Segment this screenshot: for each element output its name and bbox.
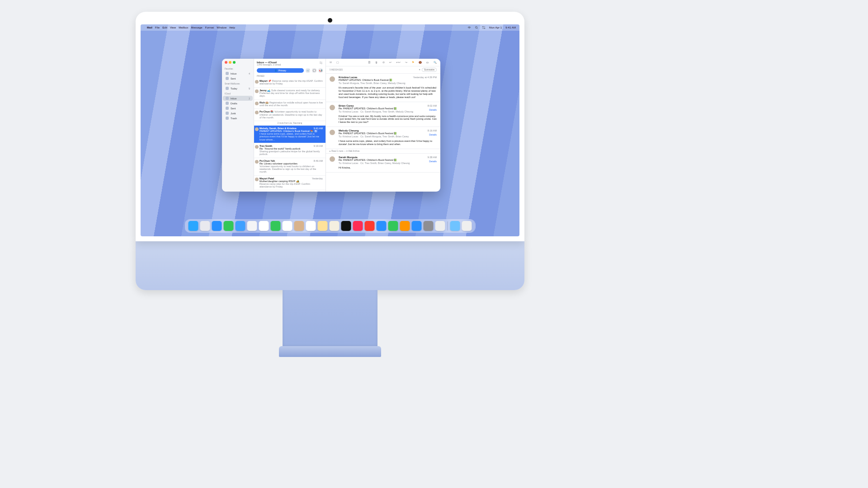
menubar-item-format[interactable]: Format	[205, 26, 214, 29]
reply-all-icon[interactable]: ↩︎↩︎	[396, 61, 401, 64]
archive-icon[interactable]: ▢	[336, 61, 339, 64]
close-button[interactable]	[225, 61, 227, 64]
minimize-button[interactable]	[229, 61, 231, 64]
mailbox-header: Inbox — iCloud 1,043 messages, 2 unread	[254, 59, 326, 67]
filter-icon[interactable]	[319, 61, 323, 65]
zoom-button[interactable]	[233, 61, 236, 64]
menubar-item-edit[interactable]: Edit	[162, 26, 167, 29]
dock-trash-icon[interactable]	[462, 221, 472, 231]
reply-count[interactable]: 2 more from Lia, Xiaomeng	[254, 121, 326, 126]
menubar: Mail File Edit View Mailbox Message Form…	[141, 24, 519, 31]
sidebar-item-sent[interactable]: Sent	[223, 106, 253, 111]
dock-numbers-icon[interactable]	[388, 221, 398, 231]
digest-text: Registration for middle school open hous…	[259, 101, 323, 107]
dock-news-icon[interactable]	[365, 221, 375, 231]
search-icon[interactable]: 🔍	[434, 61, 437, 64]
sidebar-item-label: Drafts	[231, 102, 237, 105]
sidebar-item-count: 4	[249, 72, 250, 75]
dock-launchpad-icon[interactable]	[200, 221, 210, 231]
menubar-item-help[interactable]: Help	[229, 26, 235, 29]
details-link[interactable]: Details	[429, 108, 437, 111]
mute-icon[interactable]: 🔕	[419, 61, 422, 64]
imac-frame: Mail File Edit View Mailbox Message Form…	[131, 12, 529, 355]
thread-message-recipients: To: Kristina Lucas Cc: Sarah Murguia, Tr…	[339, 110, 437, 113]
pinned-digest[interactable]: Jenny 🛋️ Sofa cleared customs and ready …	[254, 88, 326, 100]
dock-pages-icon[interactable]	[400, 221, 410, 231]
menubar-item-view[interactable]: View	[170, 26, 176, 29]
sidebar-item-junk[interactable]: Junk	[223, 111, 253, 116]
pinned-digest[interactable]: Po-Chun 📚 Volunteer opportunity to read …	[254, 109, 326, 121]
menubar-date[interactable]: Mon Apr 1	[489, 26, 502, 29]
details-link[interactable]: Details	[429, 133, 437, 136]
read-more-row[interactable]: ▸ Read 1 more — in Mail Archive	[326, 149, 440, 154]
message-list-item[interactable]: Mayuri PatelYesterdayMother/daughter cam…	[254, 176, 326, 191]
avatar	[330, 156, 335, 162]
dock-facetime-icon[interactable]	[271, 221, 281, 231]
dock-tv-icon[interactable]	[341, 221, 351, 231]
dock-finder-icon[interactable]	[189, 221, 198, 231]
dock-reminders-icon[interactable]	[306, 221, 316, 231]
dock-photos-icon[interactable]	[259, 221, 269, 231]
message-time: 9:19 AM	[314, 145, 323, 147]
mail-window: FavoritesInbox4SentSmart MailboxesToday9…	[222, 59, 440, 192]
reply-icon[interactable]: ↩︎	[389, 61, 392, 64]
dock-music-icon[interactable]	[353, 221, 363, 231]
sidebar-item-label: Sent	[231, 77, 236, 80]
sidebar-item-today[interactable]: Today9	[223, 86, 253, 91]
wifi-icon[interactable]	[467, 26, 471, 29]
menubar-app-name[interactable]: Mail	[147, 26, 152, 29]
spotlight-icon[interactable]	[475, 26, 478, 29]
junk-icon[interactable]: ⊘	[382, 61, 385, 64]
dock-mail-icon[interactable]	[236, 221, 245, 231]
dock-separator	[448, 221, 448, 230]
flag-icon[interactable]: ⚑	[412, 61, 414, 64]
menubar-item-message[interactable]: Message	[191, 26, 203, 29]
dock-contacts-icon[interactable]	[294, 221, 304, 231]
delete-icon[interactable]: 🗑	[375, 61, 378, 64]
message-list-item[interactable]: Jenny CourtYesterdaySofa delivery?	[254, 190, 326, 192]
forward-icon[interactable]: ↪︎	[405, 61, 407, 64]
menubar-item-window[interactable]: Window	[217, 26, 226, 29]
sidebar-item-inbox[interactable]: Inbox2	[223, 96, 253, 101]
digest-from: Po-Chun	[259, 110, 270, 113]
control-center-icon[interactable]	[482, 26, 486, 29]
dock-appstore-icon[interactable]	[412, 221, 422, 231]
pinned-digest[interactable]: Mayuri 📌 Reserve camp sites for the trip…	[254, 78, 326, 88]
avatar	[255, 160, 259, 164]
menubar-time[interactable]: 9:41 AM	[505, 26, 516, 29]
sidebar-item-sent[interactable]: Sent	[223, 76, 253, 81]
tab-primary[interactable]: 👤 Primary	[257, 68, 304, 73]
thread-message-date: 8:16 AM	[428, 129, 437, 132]
compose-icon[interactable]: ✉︎	[330, 61, 332, 64]
dock-keynote-icon[interactable]	[377, 221, 387, 231]
message-list-item[interactable]: Melody, Sarah, Brian & Kristina9:41 AMPA…	[254, 126, 326, 143]
dock-freeform-icon[interactable]	[330, 221, 340, 231]
menubar-item-mailbox[interactable]: Mailbox	[179, 26, 188, 29]
sidebar-item-label: Trash	[231, 117, 237, 120]
sidebar-item-inbox[interactable]: Inbox4	[223, 71, 253, 76]
tab-promotions[interactable]: 📢	[318, 68, 323, 73]
move-icon[interactable]: 🗂	[426, 61, 429, 64]
archive2-icon[interactable]: 🗄	[368, 61, 371, 64]
svg-line-1	[477, 28, 478, 29]
thread-strip: 5 MESSAGES ✦ Summarize	[326, 66, 440, 74]
tab-updates[interactable]: 💬	[312, 68, 316, 73]
tab-transactions[interactable]: 🛒	[306, 68, 310, 73]
dock-downloads-icon[interactable]	[450, 221, 460, 231]
dock-notes-icon[interactable]	[318, 221, 328, 231]
thread-message-subject: Re: PARENT UPDATES: Children's Book Fest…	[339, 159, 437, 161]
pinned-digest[interactable]: Rich 🏫 Registration for middle school op…	[254, 100, 326, 109]
dock-settings-icon[interactable]	[424, 221, 434, 231]
message-list-item[interactable]: Po-Chun Yeh8:46 AMRe: Library volunteer …	[254, 158, 326, 176]
details-link[interactable]: Details	[429, 160, 437, 163]
sidebar-item-drafts[interactable]: Drafts	[223, 101, 253, 106]
dock-maps-icon[interactable]	[247, 221, 257, 231]
dock-iphone-mirroring-icon[interactable]	[435, 221, 445, 231]
summarize-button[interactable]: Summarize	[422, 68, 437, 72]
dock-safari-icon[interactable]	[212, 221, 222, 231]
menubar-item-file[interactable]: File	[155, 26, 160, 29]
message-list-item[interactable]: Trev Smith9:19 AMRe: "Around the world" …	[254, 143, 326, 158]
dock-calendar-icon[interactable]	[283, 221, 292, 231]
dock-messages-icon[interactable]	[224, 221, 234, 231]
sidebar-item-trash[interactable]: Trash	[223, 116, 253, 121]
